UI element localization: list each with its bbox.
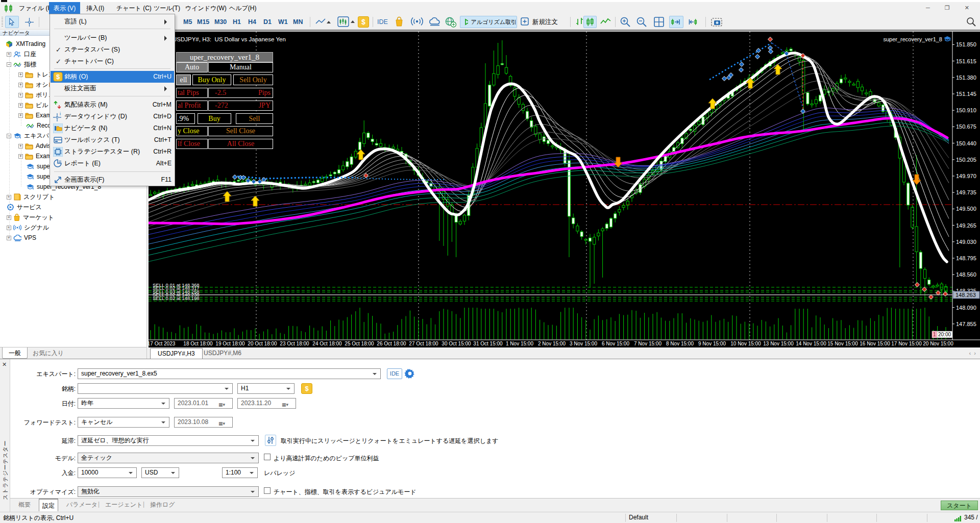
svg-text:16 Nov 15:00: 16 Nov 15:00 — [860, 341, 890, 346]
svg-text:super_recovery_ver1_8: super_recovery_ver1_8 — [883, 36, 942, 42]
svg-text:14 Nov 15:00: 14 Nov 15:00 — [796, 341, 826, 346]
svg-text:7 Nov 15:00: 7 Nov 15:00 — [634, 341, 662, 346]
svg-text:23 Oct 18:00: 23 Oct 18:00 — [280, 341, 309, 346]
svg-text:27 Oct 18:00: 27 Oct 18:00 — [409, 341, 438, 346]
svg-text:151.145: 151.145 — [956, 91, 976, 97]
svg-text:151.615: 151.615 — [956, 58, 976, 64]
svg-text:SELL 0.02 at 148.198: SELL 0.02 at 148.198 — [153, 295, 200, 301]
svg-text:149.735: 149.735 — [956, 189, 976, 195]
svg-text:150.910: 150.910 — [956, 107, 976, 113]
svg-text:1 Nov 15:00: 1 Nov 15:00 — [506, 341, 533, 346]
svg-text:148.560: 148.560 — [956, 271, 976, 278]
svg-text:24 Oct 18:00: 24 Oct 18:00 — [312, 341, 342, 346]
svg-text:18 Oct 18:00: 18 Oct 18:00 — [183, 341, 213, 346]
svg-text:20 Nov 15:00: 20 Nov 15:00 — [923, 341, 953, 346]
svg-text:2 Nov 15:00: 2 Nov 15:00 — [538, 341, 566, 346]
svg-text:19 Oct 18:00: 19 Oct 18:00 — [215, 341, 245, 346]
svg-text:150.675: 150.675 — [956, 123, 976, 130]
svg-text:13 Nov 15:00: 13 Nov 15:00 — [763, 341, 794, 346]
svg-text:20:00: 20:00 — [938, 332, 951, 337]
svg-text:149.970: 149.970 — [956, 173, 976, 179]
svg-text:17 Oct 2023: 17 Oct 2023 — [149, 341, 176, 346]
svg-text:15 Nov 15:00: 15 Nov 15:00 — [827, 341, 858, 346]
svg-text:26 Oct 18:00: 26 Oct 18:00 — [377, 341, 406, 346]
svg-text:31 Oct 15:00: 31 Oct 15:00 — [473, 341, 503, 346]
svg-text:148.090: 148.090 — [956, 305, 976, 311]
svg-text:148.795: 148.795 — [956, 255, 976, 261]
svg-text:17 Nov 15:00: 17 Nov 15:00 — [891, 341, 922, 346]
svg-text:$: $ — [56, 73, 60, 81]
svg-text:20 Oct 18:00: 20 Oct 18:00 — [248, 341, 277, 346]
svg-text:148.263: 148.263 — [955, 292, 976, 298]
svg-text:6 Nov 15:00: 6 Nov 15:00 — [602, 341, 629, 346]
svg-text:30 Oct 15:00: 30 Oct 15:00 — [442, 341, 471, 346]
svg-text:149.030: 149.030 — [956, 239, 976, 245]
svg-text:USDJPY#, H3: US Dollar vs Jap: USDJPY#, H3: US Dollar vs Japanese Yen — [173, 36, 286, 42]
svg-text:8 Nov 15:00: 8 Nov 15:00 — [666, 341, 694, 346]
svg-text:149.265: 149.265 — [956, 222, 976, 229]
svg-text:25 Oct 18:00: 25 Oct 18:00 — [345, 341, 374, 346]
svg-text:150.440: 150.440 — [956, 140, 976, 146]
svg-text:149.500: 149.500 — [956, 206, 976, 212]
svg-text:i: i — [60, 112, 61, 116]
svg-text:151.850: 151.850 — [956, 41, 976, 47]
svg-text:1: 1 — [933, 332, 936, 337]
svg-text:150.205: 150.205 — [956, 157, 976, 163]
svg-text:9 Nov 15:00: 9 Nov 15:00 — [698, 341, 726, 346]
svg-text:3 Nov 15:00: 3 Nov 15:00 — [570, 341, 597, 346]
svg-text:10 Nov 15:00: 10 Nov 15:00 — [730, 341, 761, 346]
svg-text:151.380: 151.380 — [956, 74, 976, 81]
svg-text:147.855: 147.855 — [956, 321, 976, 327]
